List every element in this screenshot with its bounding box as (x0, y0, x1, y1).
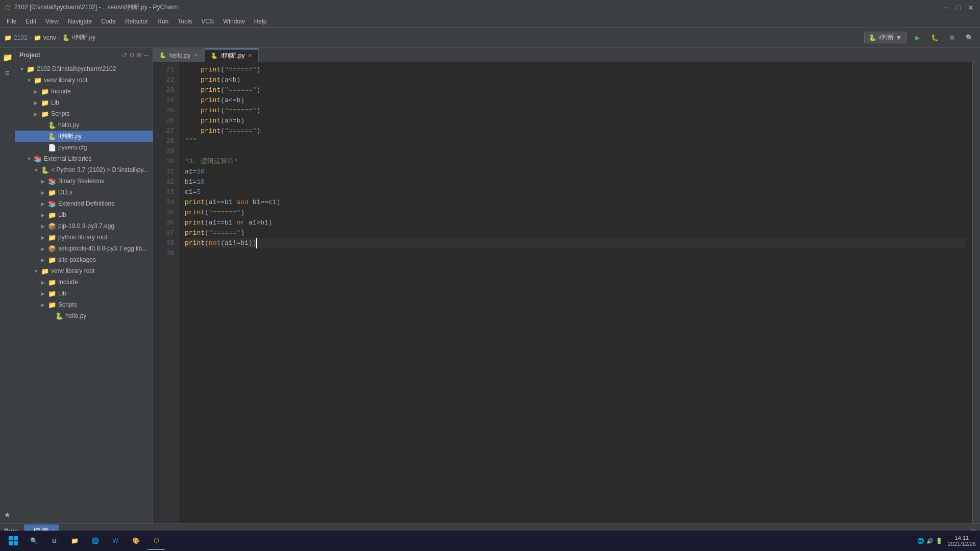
breadcrumb-file-icon: 🐍 (62, 34, 70, 41)
menu-help[interactable]: Help (250, 17, 271, 26)
svg-rect-3 (14, 541, 18, 545)
tree-item-venv2[interactable]: ▼ 📁 venv library root (15, 265, 153, 277)
tree-label: hello.py (58, 121, 79, 129)
tree-item-scripts[interactable]: ▶ 📁 Scripts (15, 108, 153, 119)
favorites-icon[interactable]: ★ (1, 508, 14, 521)
breadcrumb-venv[interactable]: venv (43, 34, 56, 41)
tree-label: Lib (58, 290, 66, 297)
run-button[interactable]: ▶ (911, 31, 924, 44)
tree-label-include: Include (51, 88, 71, 95)
tree-item-venv2-include[interactable]: ▶ 📁 Include (15, 277, 153, 288)
taskbar-systray: 🌐 🔊 🔋 (917, 538, 943, 544)
sync-icon[interactable]: ↺ (122, 52, 127, 59)
python-file-icon: 🐍 (48, 121, 56, 129)
tree-item-binary[interactable]: ▶ 📚 Binary Skeletons (15, 176, 153, 187)
tree-arrow: ▶ (41, 246, 48, 252)
code-line-30: "3. 逻辑运算符" (185, 157, 966, 167)
menu-navigate[interactable]: Navigate (64, 17, 96, 26)
taskbar-edge[interactable]: 🌐 (86, 532, 104, 550)
maximize-button[interactable]: □ (954, 4, 963, 12)
tree-arrow: ▶ (34, 111, 41, 117)
menu-code[interactable]: Code (97, 17, 120, 26)
tree-item-pyvenv[interactable]: ▶ 📄 pyvenv.cfg (15, 142, 153, 153)
tree-item-root[interactable]: ▼ 📁 2102 D:\install\pycharm\2102 (15, 63, 153, 74)
tree-item-venv2-hello[interactable]: ▶ 🐍 hello.py (15, 310, 153, 321)
code-line-33: c1=5 (185, 187, 966, 197)
toolbar-right: 🐍 if判断 ▼ ▶ 🐛 ⚙ 🔍 (864, 31, 976, 44)
menu-refactor[interactable]: Refactor (121, 17, 152, 26)
taskbar-word[interactable]: W (106, 532, 125, 550)
gear-icon[interactable]: ⚙ (129, 52, 135, 59)
tab-ifjudge[interactable]: 🐍 if判断.py ✕ (205, 48, 259, 62)
tree-item-ext-libs[interactable]: ▼ 📚 External Libraries (15, 153, 153, 164)
toolbar: 📁 2102 › 📁 venv › 🐍 if判断.py 🐍 if判断 ▼ ▶ 🐛… (0, 28, 980, 48)
tree-item-include[interactable]: ▶ 📁 Include (15, 86, 153, 97)
folder-icon: 📁 (48, 279, 56, 286)
taskbar-task-view[interactable]: ⧉ (45, 532, 63, 550)
tree-item-ext-defs[interactable]: ▶ 📚 Extended Definitions (15, 198, 153, 209)
tree-arrow: ▼ (34, 268, 41, 274)
code-line-38: print(not(a1!=b1)) (185, 238, 966, 248)
tree-item-lib[interactable]: ▶ 📁 Lib (15, 97, 153, 108)
tree-item-dlls[interactable]: ▶ 📁 DLLs (15, 187, 153, 198)
build-button[interactable]: ⚙ (945, 31, 959, 44)
tab-close-hello[interactable]: ✕ (193, 52, 198, 59)
menu-view[interactable]: View (41, 17, 63, 26)
debug-button[interactable]: 🐛 (928, 31, 941, 44)
tree-item-site-packages[interactable]: ▶ 📁 site-packages (15, 254, 153, 265)
code-line-27: print("======") (185, 126, 966, 136)
project-icon[interactable]: 📁 (1, 51, 14, 64)
taskbar-explorer[interactable]: 📁 (65, 532, 84, 550)
tab-label: if判断.py (221, 52, 244, 60)
taskbar-time-value: 14:11 (948, 535, 976, 541)
tree-label: Lib (51, 99, 59, 106)
menu-edit[interactable]: Edit (21, 17, 40, 26)
tree-label: External Libraries (44, 155, 91, 162)
collapse-icon[interactable]: ─ (144, 52, 149, 59)
folder-icon: 📁 (41, 110, 49, 118)
tree-item-python37[interactable]: ▼ 🐍 < Python 3.7 (2102) > D:\install\py.… (15, 164, 153, 176)
taskbar-pycharm[interactable]: ⬡ (147, 532, 165, 550)
taskbar-clock: 14:11 2021/12/26 (948, 535, 976, 547)
svg-rect-2 (9, 541, 13, 545)
tree-item-ifjudge[interactable]: ▶ 🐍 if判断.py (15, 131, 153, 142)
expand-icon[interactable]: ⊞ (137, 52, 142, 59)
tree-item-pip-egg[interactable]: ▶ 📦 pip-19.0.3-py3.7.egg (15, 220, 153, 232)
search-button[interactable]: 🔍 (963, 31, 976, 44)
tree-item-hello[interactable]: ▶ 🐍 hello.py (15, 119, 153, 131)
code-content[interactable]: print("======") print(a<b) print("======… (179, 62, 972, 523)
code-line-35: print("======") (185, 208, 966, 218)
breadcrumb-file[interactable]: if判断.py (72, 33, 95, 42)
structure-icon[interactable]: ≡ (1, 66, 14, 79)
taskbar-right: 🌐 🔊 🔋 14:11 2021/12/26 (917, 535, 976, 547)
tree-arrow: ▶ (41, 257, 48, 263)
menu-vcs[interactable]: VCS (197, 17, 218, 26)
breadcrumb-folder-icon: 📁 (4, 34, 12, 41)
project-header-title: Project (19, 52, 40, 59)
project-header-icons: ↺ ⚙ ⊞ ─ (122, 52, 149, 59)
sound-icon: 🔊 (926, 538, 934, 544)
code-line-26: print(a>=b) (185, 116, 966, 126)
tree-item-python-lib[interactable]: ▶ 📁 Lib (15, 209, 153, 220)
menu-tools[interactable]: Tools (174, 17, 196, 26)
minimize-button[interactable]: ─ (942, 4, 950, 12)
tree-item-setuptools-egg[interactable]: ▶ 📦 setuptools-40.8.0-py3.7.egg lib... (15, 243, 153, 254)
tree-item-python-lib-root[interactable]: ▶ 📁 python library root (15, 232, 153, 243)
breadcrumb-project[interactable]: 2102 (14, 34, 28, 41)
run-config-dropdown[interactable]: 🐍 if判断 ▼ (864, 32, 906, 43)
menu-run[interactable]: Run (153, 17, 173, 26)
tree-item-venv[interactable]: ▼ 📁 venv library root (15, 74, 153, 86)
taskbar-paint[interactable]: 🎨 (127, 532, 145, 550)
tab-hello[interactable]: 🐍 hello.py ✕ (153, 48, 205, 62)
main-layout: 📁 ≡ ★ Project ↺ ⚙ ⊞ ─ ▼ 📁 2102 D:\instal… (0, 48, 980, 523)
menu-file[interactable]: File (3, 17, 20, 26)
start-button[interactable] (4, 532, 22, 550)
menu-window[interactable]: Window (219, 17, 249, 26)
python-icon: 🐍 (41, 166, 49, 174)
tree-item-venv2-lib[interactable]: ▶ 📁 Lib (15, 288, 153, 299)
tree-item-venv2-scripts[interactable]: ▶ 📁 Scripts (15, 299, 153, 310)
tree-label: Lib (58, 211, 66, 218)
close-button[interactable]: ✕ (967, 4, 975, 12)
tab-close-ifjudge[interactable]: ✕ (248, 53, 252, 59)
taskbar-search-button[interactable]: 🔍 (24, 532, 43, 550)
